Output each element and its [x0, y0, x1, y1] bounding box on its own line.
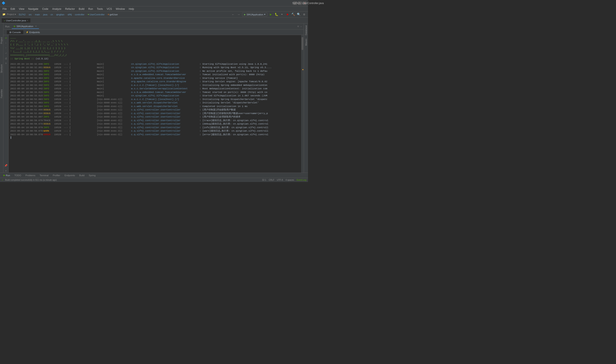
log-level: INFO	[43, 101, 54, 105]
panel-structure[interactable]: Structure	[0, 64, 3, 74]
log-separator: --- [	[64, 119, 97, 122]
bottom-tab-profiler[interactable]: Profiler	[51, 174, 62, 177]
sub-tab-endpoints[interactable]: ⚡ Endpoints	[23, 30, 42, 34]
line-ending[interactable]: CRLF	[269, 179, 274, 181]
menu-file[interactable]: File	[1, 7, 8, 11]
scroll-down-button[interactable]: ↓	[4, 41, 8, 45]
menu-view[interactable]: View	[17, 7, 26, 11]
rerun-button[interactable]: ↺	[4, 36, 8, 40]
status-bar: ✓ Build completed successfully in 611 ms…	[0, 178, 308, 182]
menu-edit[interactable]: Edit	[9, 7, 17, 11]
log-pid: 19528	[54, 91, 64, 94]
bottom-tab-problems[interactable]: Problems	[24, 174, 37, 177]
nav-back-icon[interactable]: ←	[231, 13, 235, 17]
log-container: 2022-05-04 19:08:32.846 INFO 19528 --- […	[10, 62, 300, 136]
log-message: : Started Slf4JApplication in 1.067 seco…	[200, 94, 267, 98]
soft-wrap-button[interactable]: ≡	[4, 62, 8, 65]
bottom-tab-endpoints[interactable]: Endpoints	[63, 174, 77, 177]
log-thread: [nio-8080-exec-1]]	[97, 98, 131, 101]
panel-project[interactable]: Project	[0, 36, 3, 45]
wrap-button[interactable]: ⏎	[4, 51, 8, 55]
nav-src[interactable]: src	[29, 13, 32, 16]
tab-usercontroller[interactable]: ☕ UserController.java ✕	[2, 18, 30, 23]
run-tab-app[interactable]: ▶ Slf4JApplication ✕	[12, 24, 39, 29]
console-scrollbar[interactable]	[301, 35, 304, 173]
run-config-name: Slf4JApplication	[246, 13, 263, 16]
log-logger: c.q.slf4j.controller.UserController	[131, 133, 200, 136]
bottom-tab-terminal[interactable]: Terminal	[38, 174, 50, 177]
nav-main[interactable]: main	[35, 13, 40, 16]
bottom-tab-spring[interactable]: Spring	[87, 174, 97, 177]
log-line: 2022-05-04 19:08:32.861 INFO 19528 --- […	[10, 69, 300, 73]
menu-build[interactable]: Build	[77, 7, 86, 11]
log-timestamp: 2022-05-04 19:08:33.615	[10, 91, 43, 94]
sub-tab-console[interactable]: ▤ Console	[7, 30, 23, 34]
coverage-button[interactable]: ☂	[280, 13, 284, 17]
spring-banner: ____ /\\ / ___'_ __ _ _(_)_ __ __ _\ \ \…	[10, 36, 300, 61]
close-console-button[interactable]: ✕	[4, 169, 8, 173]
menu-run[interactable]: Run	[87, 7, 95, 11]
print-button[interactable]: 🖨	[4, 56, 8, 60]
project-icon[interactable]: 📁	[2, 13, 6, 17]
console-output[interactable]: ____ /\\ / ___'_ __ _ _(_)_ __ __ _\ \ \…	[9, 35, 301, 173]
menu-window[interactable]: Window	[114, 7, 127, 11]
scroll-up-button[interactable]: ↑	[4, 46, 8, 50]
project-label[interactable]: Project ▾	[7, 13, 16, 16]
settings-button[interactable]: ⚙	[302, 13, 306, 17]
nav-cn[interactable]: cn	[51, 13, 53, 16]
build-button[interactable]: 🔨	[291, 13, 295, 17]
nav-controller[interactable]: controller	[75, 13, 84, 16]
log-thread: [nio-8080-exec-1]]	[97, 105, 131, 108]
log-separator: --- [	[64, 112, 97, 115]
log-message: : Root WebApplicationContext: initializa…	[200, 87, 267, 91]
menu-vcs[interactable]: VCS	[105, 7, 114, 11]
log-timestamp: 2022-05-04 19:08:33.356	[10, 73, 43, 77]
menu-help[interactable]: Help	[127, 7, 136, 11]
indent[interactable]: 4 spaces	[286, 179, 294, 181]
panel-favorites[interactable]: Favorites	[0, 89, 3, 99]
stop-button[interactable]: ■	[285, 13, 290, 17]
log-thread: main]	[97, 84, 131, 87]
log-line: 2022-05-04 19:08:33.364 INFO 19528 --- […	[10, 77, 300, 80]
menu-navigate[interactable]: Navigate	[27, 7, 40, 11]
right-tab-maven[interactable]: Maven	[304, 37, 308, 47]
content-area: Run: ▶ Slf4JApplication ✕ ⚙ – ▤ Console …	[3, 24, 304, 173]
tab-close-button[interactable]: ✕	[27, 19, 28, 22]
log-separator: --- [	[64, 133, 97, 136]
nav-slf4j-pkg[interactable]: slf4j	[68, 13, 72, 16]
nav-slf4j[interactable]: SLF4J	[19, 13, 26, 16]
menu-code[interactable]: Code	[41, 7, 50, 11]
bottom-tab-build[interactable]: Build	[78, 174, 86, 177]
log-logger: o.a.c.c.C.[Tomcat].[localhost].[/]	[131, 84, 200, 87]
charset[interactable]: UTF-8	[277, 179, 283, 181]
search-button[interactable]: 🔍	[296, 13, 301, 17]
run-tab-close[interactable]: ✕	[35, 25, 37, 27]
right-tab-database[interactable]: Database	[304, 24, 308, 37]
bottom-tab-run[interactable]: ▶ Run	[2, 173, 12, 177]
scrollbar-thumb[interactable]	[301, 37, 303, 50]
nav-usercontroller[interactable]: UserController	[89, 13, 105, 16]
main-content: Project Structure Favorites Run: ▶ Slf4J…	[0, 24, 308, 173]
run-button[interactable]: ▶	[269, 13, 273, 17]
event-log[interactable]: Event Log	[297, 179, 306, 181]
menu-refactor[interactable]: Refactor	[64, 7, 77, 11]
log-line: 2022-05-04 19:08:52.083 INFO 19528 --- […	[10, 98, 300, 101]
log-line: 2022-05-04 19:08:32.846 INFO 19528 --- […	[10, 62, 300, 66]
nav-forward-icon[interactable]: →	[237, 13, 241, 17]
cursor-position[interactable]: 32:1	[262, 179, 266, 181]
run-icon: ▶	[3, 174, 5, 177]
run-settings-icon[interactable]: ⚙	[297, 25, 299, 28]
menu-analyze[interactable]: Analyze	[51, 7, 63, 11]
debug-button[interactable]: 🐛	[274, 13, 278, 17]
run-config-dropdown[interactable]: ▶ Slf4JApplication ▾	[242, 13, 267, 16]
menu-tools[interactable]: Tools	[95, 7, 105, 11]
pin-button[interactable]: 📌	[4, 164, 8, 168]
bottom-tab-todo[interactable]: TODO	[13, 174, 23, 177]
log-logger: cn.qingtian.slf4j.Slf4JApplication	[131, 69, 200, 73]
log-timestamp: 2022-05-04 19:08:32.861	[10, 69, 43, 73]
nav-java[interactable]: java	[43, 13, 47, 16]
run-minimize-icon[interactable]: –	[300, 25, 302, 28]
log-logger: cn.qingtian.slf4j.Slf4JApplication	[131, 66, 200, 69]
log-pid: 19528	[54, 87, 64, 91]
nav-qingtian[interactable]: qingtian	[56, 13, 64, 16]
